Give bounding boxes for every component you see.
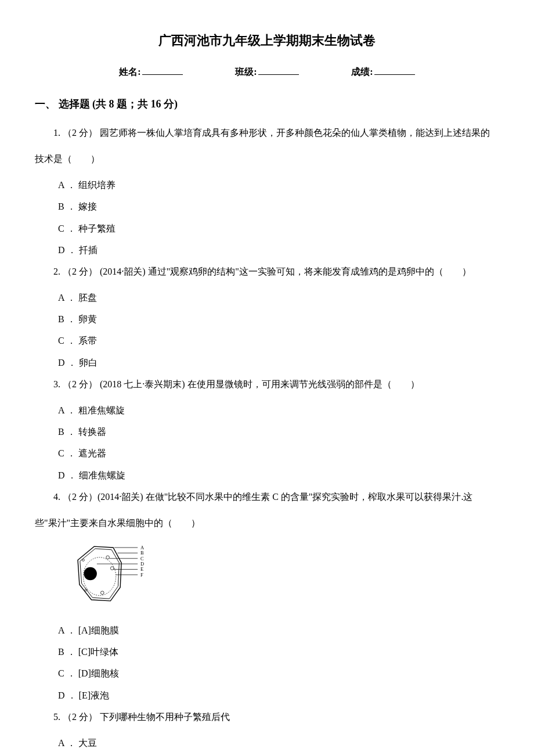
header-fields: 姓名: 班级: 成绩: — [35, 64, 499, 81]
q3-option-a: A ． 粗准焦螺旋 — [35, 400, 499, 420]
class-blank[interactable] — [258, 74, 299, 75]
cell-diagram-svg: A B C D E F — [70, 539, 157, 609]
score-field: 成绩: — [351, 64, 414, 81]
q2-option-d: D ． 卵白 — [35, 352, 499, 373]
q2-stem: 2. （2 分） (2014·韶关) 通过"观察鸡卵的结构"这一实验可知，将来能… — [35, 261, 499, 282]
page-title: 广西河池市九年级上学期期末生物试卷 — [35, 29, 499, 52]
q4-stem-line1: 4. （2 分）(2014·韶关) 在做"比较不同水果中的维生素 C 的含量"探… — [35, 487, 499, 507]
q3-option-c: C ． 遮光器 — [35, 443, 499, 463]
q1-stem-line1: 1. （2 分） 园艺师将一株仙人掌培育成具有多种形状，开多种颜色花朵的仙人掌类… — [35, 123, 499, 143]
q4-option-c: C ． [D]细胞核 — [35, 663, 499, 683]
q1-option-d: D ． 扦插 — [35, 240, 499, 260]
q4-option-b: B ． [C]叶绿体 — [35, 642, 499, 662]
q3-stem: 3. （2 分） (2018 七上·泰兴期末) 在使用显微镜时，可用来调节光线强… — [35, 374, 499, 394]
nucleus-shape — [84, 567, 97, 581]
q1-option-c: C ． 种子繁殖 — [35, 218, 499, 239]
class-field: 班级: — [235, 64, 298, 81]
q5-stem: 5. （2 分） 下列哪种生物不用种子繁殖后代 — [35, 707, 499, 727]
q2-option-c: C ． 系带 — [35, 330, 499, 351]
q4-stem-line2: 些"果汁"主要来自水果细胞中的（ ） — [35, 513, 499, 533]
q4-option-d: D ． [E]液泡 — [35, 685, 499, 705]
name-label: 姓名: — [119, 67, 140, 77]
score-label: 成绩: — [351, 67, 373, 77]
label-f: F — [140, 572, 143, 578]
class-label: 班级: — [235, 67, 257, 77]
name-blank[interactable] — [142, 74, 183, 75]
cell-diagram: A B C D E F — [70, 539, 499, 614]
q4-option-a: A ． [A]细胞膜 — [35, 620, 499, 640]
q1-stem-line2: 技术是（ ） — [35, 149, 499, 169]
q1-option-b: B ． 嫁接 — [35, 196, 499, 217]
q3-option-d: D ． 细准焦螺旋 — [35, 465, 499, 485]
chloroplast-3 — [100, 591, 104, 595]
q1-option-a: A ． 组织培养 — [35, 175, 499, 195]
name-field: 姓名: — [119, 64, 182, 81]
q5-option-a: A ． 大豆 — [35, 733, 499, 753]
q2-option-b: B ． 卵黄 — [35, 309, 499, 329]
q2-option-a: A ． 胚盘 — [35, 287, 499, 308]
score-blank[interactable] — [374, 74, 415, 75]
q3-option-b: B ． 转换器 — [35, 422, 499, 442]
organelle-2 — [82, 559, 85, 561]
section-1-title: 一、 选择题 (共 8 题；共 16 分) — [35, 95, 499, 113]
chloroplast-1 — [106, 556, 110, 559]
